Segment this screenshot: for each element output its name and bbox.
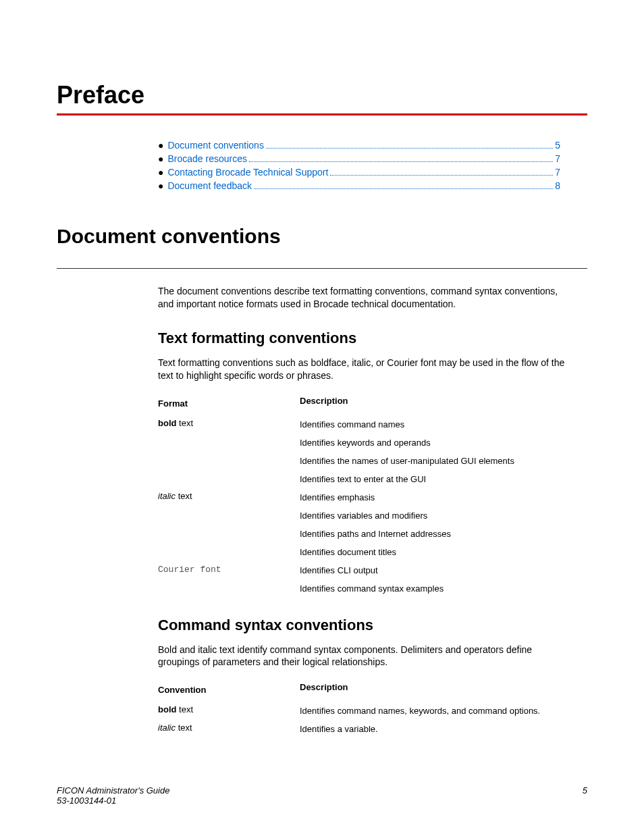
col-header-convention: Convention — [158, 682, 300, 702]
table-row: italic text Identifies a variable. — [158, 720, 574, 738]
subheading-command-syntax: Command syntax conventions — [158, 617, 574, 634]
toc-entry: ● Document feedback 8 — [158, 180, 560, 191]
format-italic-label: italic — [158, 491, 176, 501]
description-cell: Identifies command names Identifies keyw… — [300, 415, 574, 488]
col-header-description: Description — [300, 396, 574, 413]
text-formatting-table: Format Description bold text Identifies … — [158, 396, 574, 598]
col-header-description: Description — [300, 682, 574, 699]
toc-page-link[interactable]: 7 — [555, 153, 560, 164]
page-footer: FICON Administrator's Guide 53-1003144-0… — [57, 785, 587, 806]
toc-leader — [330, 175, 553, 176]
table-row: Courier font Identifies CLI output Ident… — [158, 561, 574, 598]
section-intro: The document conventions describe text f… — [158, 285, 574, 311]
desc-line: Identifies document titles — [300, 543, 574, 561]
format-cell: bold text — [158, 415, 300, 431]
toc-entry: ● Brocade resources 7 — [158, 153, 560, 164]
bullet-icon: ● — [158, 153, 163, 164]
desc-line: Identifies the names of user-manipulated… — [300, 452, 574, 470]
table-row: italic text Identifies emphasis Identifi… — [158, 488, 574, 561]
footer-doc-number: 53-1003144-01 — [57, 796, 169, 806]
subheading-text-formatting: Text formatting conventions — [158, 330, 574, 347]
desc-line: Identifies command syntax examples — [300, 579, 574, 598]
description-cell: Identifies command names, keywords, and … — [300, 702, 574, 720]
toc-link[interactable]: Brocade resources — [167, 153, 247, 164]
bullet-icon: ● — [158, 180, 163, 191]
desc-line: Identifies emphasis — [300, 488, 574, 506]
toc-leader — [266, 148, 553, 149]
desc-line: Identifies text to enter at the GUI — [300, 470, 574, 488]
format-cell: italic text — [158, 488, 300, 504]
col-header-format: Format — [158, 396, 300, 415]
format-suffix: text — [176, 704, 193, 714]
desc-line: Identifies variables and modifiers — [300, 506, 574, 525]
toc-link[interactable]: Document feedback — [167, 180, 252, 191]
convention-cell: bold text — [158, 702, 300, 717]
toc-link[interactable]: Contacting Brocade Technical Support — [167, 167, 328, 178]
content-block: The document conventions describe text f… — [158, 285, 574, 738]
description-cell: Identifies a variable. — [300, 720, 574, 738]
format-suffix: text — [176, 491, 192, 501]
desc-line: Identifies paths and Internet addresses — [300, 525, 574, 543]
format-italic-label: italic — [158, 723, 176, 733]
toc-entry: ● Document conventions 5 — [158, 140, 560, 151]
format-cell: Courier font — [158, 561, 300, 577]
toc-page-link[interactable]: 5 — [555, 140, 560, 151]
section-heading-document-conventions: Document conventions — [57, 225, 587, 248]
bullet-icon: ● — [158, 167, 163, 178]
footer-page-number: 5 — [583, 785, 587, 806]
table-header-row: Convention Description — [158, 682, 574, 702]
toc-link[interactable]: Document conventions — [167, 140, 263, 151]
toc-leader — [249, 161, 553, 162]
format-bold-label: bold — [158, 704, 176, 714]
toc-page-link[interactable]: 7 — [555, 167, 560, 178]
format-suffix: text — [176, 418, 193, 428]
desc-line: Identifies CLI output — [300, 561, 574, 579]
table-header-row: Format Description — [158, 396, 574, 415]
section-rule — [57, 268, 587, 269]
command-syntax-intro: Bold and italic text identify command sy… — [158, 644, 574, 669]
table-row: bold text Identifies command names Ident… — [158, 415, 574, 488]
heading-rule — [57, 113, 587, 115]
format-suffix: text — [176, 723, 192, 733]
toc-leader — [254, 188, 553, 189]
table-of-contents: ● Document conventions 5 ● Brocade resou… — [158, 140, 560, 191]
text-formatting-intro: Text formatting conventions such as bold… — [158, 357, 574, 382]
description-cell: Identifies emphasis Identifies variables… — [300, 488, 574, 561]
desc-line: Identifies command names — [300, 415, 574, 434]
table-row: bold text Identifies command names, keyw… — [158, 702, 574, 720]
footer-left: FICON Administrator's Guide 53-1003144-0… — [57, 785, 169, 806]
format-courier-label: Courier font — [158, 565, 221, 575]
convention-cell: italic text — [158, 720, 300, 735]
footer-doc-title: FICON Administrator's Guide — [57, 785, 169, 796]
toc-page-link[interactable]: 8 — [555, 180, 560, 191]
format-bold-label: bold — [158, 418, 176, 428]
desc-line: Identifies keywords and operands — [300, 434, 574, 452]
description-cell: Identifies CLI output Identifies command… — [300, 561, 574, 598]
bullet-icon: ● — [158, 140, 163, 151]
toc-entry: ● Contacting Brocade Technical Support 7 — [158, 167, 560, 178]
command-syntax-table: Convention Description bold text Identif… — [158, 682, 574, 738]
chapter-title: Preface — [57, 81, 587, 109]
